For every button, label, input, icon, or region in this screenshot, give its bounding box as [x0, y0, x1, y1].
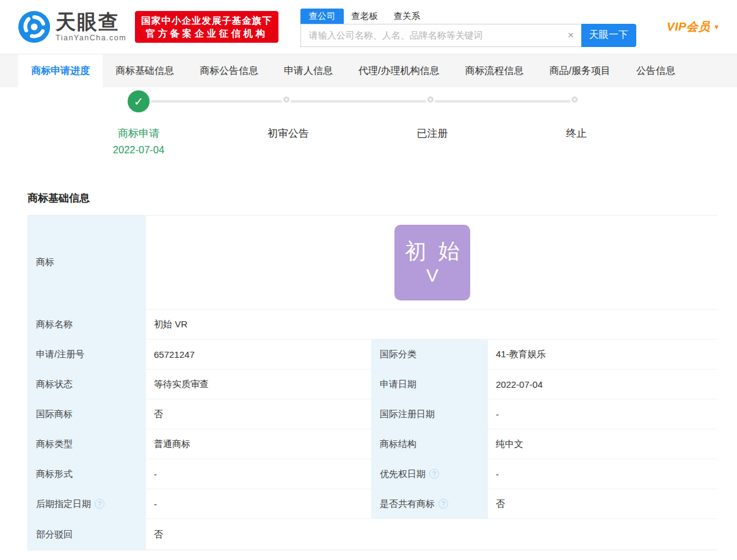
search-tab-relation[interactable]: 查关系 — [394, 9, 421, 24]
intl-class-value: 41-教育娱乐 — [487, 340, 718, 369]
trademark-image[interactable]: 初 始 V — [394, 225, 470, 300]
step-label: 终止 — [566, 126, 587, 140]
help-icon[interactable]: ? — [429, 469, 439, 479]
step-done-icon: ✓ — [128, 90, 150, 112]
site-logo[interactable]: 天眼查 TianYanCha.com — [18, 11, 126, 43]
logo-brand-name: 天眼查 — [56, 12, 126, 33]
search-input-wrap: × — [300, 24, 581, 47]
row-label-priority-date: 优先权日期 ? — [371, 459, 487, 489]
step-label: 初审公告 — [267, 126, 309, 140]
logo-domain: TianYanCha.com — [56, 34, 126, 42]
intl-registration-date-value: - — [487, 399, 718, 429]
tab-applicant-info[interactable]: 申请人信息 — [271, 54, 346, 87]
trademark-image-cell: 初 始 V — [145, 216, 718, 309]
trademark-image-text2: V — [426, 264, 438, 287]
trademark-progress-steps: ✓ 商标申请 2022-07-04 初审公告 已注册 终止 — [0, 87, 737, 184]
trademark-type-value: 普通商标 — [145, 429, 371, 459]
row-label-late-designation-date: 后期指定日期 ? — [28, 489, 145, 518]
search-bar: × 天眼一下 — [300, 24, 636, 47]
table-row: 商标状态 等待实质审查 申请日期 2022-07-04 — [28, 369, 717, 399]
partial-rejection-value: 否 — [145, 519, 718, 550]
progress-connector-line — [139, 100, 576, 103]
intl-trademark-value: 否 — [145, 399, 371, 429]
trademark-name-value: 初始 VR — [145, 310, 718, 339]
step-registered: 已注册 — [417, 126, 448, 140]
tab-agency-info[interactable]: 代理/办理机构信息 — [346, 54, 452, 87]
row-label-trademark-structure: 商标结构 — [371, 429, 487, 459]
row-label-shared-trademark: 是否共有商标 ? — [371, 489, 487, 518]
tab-application-progress[interactable]: 商标申请进度 — [18, 54, 103, 87]
table-row: 国际商标 否 国际注册日期 - — [28, 399, 717, 429]
search-input[interactable] — [301, 30, 561, 40]
official-credential-badge: 国家中小企业发展子基金旗下 官方备案企业征信机构 — [135, 11, 278, 43]
search-tab-boss[interactable]: 查老板 — [351, 9, 378, 24]
row-label-registration-number: 申请/注册号 — [28, 340, 145, 369]
step-terminated: 终止 — [566, 126, 587, 140]
tab-gazette-info[interactable]: 公告信息 — [623, 54, 688, 87]
row-label-intl-class: 国际分类 — [371, 340, 487, 369]
priority-date-value: - — [487, 459, 718, 489]
row-label-trademark-form: 商标形式 — [28, 459, 145, 489]
search-block: 查公司 查老板 查关系 × 天眼一下 — [300, 9, 636, 47]
trademark-status-value: 等待实质审查 — [145, 369, 371, 399]
clear-icon[interactable]: × — [561, 29, 581, 42]
search-tabs: 查公司 查老板 查关系 — [300, 9, 636, 24]
registration-number-value: 65721247 — [145, 340, 371, 369]
step-preliminary-approval: 初审公告 — [267, 126, 309, 140]
trademark-image-text1: 初 始 — [402, 238, 463, 264]
table-row: 商标 初 始 V — [28, 216, 717, 309]
table-row: 申请/注册号 65721247 国际分类 41-教育娱乐 — [28, 339, 717, 369]
table-row: 商标类型 普通商标 商标结构 纯中文 — [28, 429, 717, 459]
step-application: 商标申请 2022-07-04 — [113, 126, 164, 156]
vip-label: VIP会员 — [667, 19, 710, 35]
step-pending-icon — [572, 96, 578, 103]
tianyancha-logo-icon — [18, 11, 50, 43]
step-date: 2022-07-04 — [113, 144, 164, 156]
row-label-intl-trademark: 国际商标 — [28, 399, 145, 429]
check-icon: ✓ — [134, 95, 143, 109]
step-pending-icon — [427, 96, 434, 103]
chevron-down-icon: ▼ — [713, 23, 720, 31]
application-date-value: 2022-07-04 — [487, 369, 718, 399]
late-designation-date-value: - — [145, 489, 371, 518]
tab-announcement-info[interactable]: 商标公告信息 — [187, 54, 271, 87]
trademark-form-value: - — [145, 459, 371, 489]
badge-line2: 官方备案企业征信机构 — [141, 27, 272, 40]
table-row: 商标名称 初始 VR — [28, 309, 717, 339]
row-label-partial-rejection: 部分驳回 — [28, 519, 145, 550]
search-tab-company[interactable]: 查公司 — [300, 9, 344, 24]
search-button[interactable]: 天眼一下 — [581, 24, 636, 47]
detail-nav: 商标申请进度 商标基础信息 商标公告信息 申请人信息 代理/办理机构信息 商标流… — [0, 54, 737, 87]
table-row: 商标形式 - 优先权日期 ? - — [28, 459, 717, 489]
tab-goods-services[interactable]: 商品/服务项目 — [536, 54, 623, 87]
tab-basic-info[interactable]: 商标基础信息 — [103, 54, 187, 87]
step-label: 已注册 — [417, 126, 448, 140]
vip-menu[interactable]: VIP会员 ▼ — [667, 19, 720, 35]
badge-line1: 国家中小企业发展子基金旗下 — [141, 14, 272, 27]
trademark-structure-value: 纯中文 — [487, 429, 718, 459]
row-label-application-date: 申请日期 — [371, 369, 487, 399]
row-label-trademark: 商标 — [28, 216, 145, 309]
step-label: 商标申请 — [113, 126, 164, 140]
step-pending-icon — [283, 96, 289, 103]
table-row: 后期指定日期 ? - 是否共有商标 ? 否 — [28, 489, 717, 518]
section-title: 商标基础信息 — [27, 191, 737, 205]
help-icon[interactable]: ? — [95, 499, 104, 509]
table-row: 部分驳回 否 — [28, 518, 717, 550]
row-label-intl-registration-date: 国际注册日期 — [371, 399, 487, 429]
help-icon[interactable]: ? — [438, 499, 448, 509]
trademark-basic-info-table: 商标 初 始 V 商标名称 初始 VR 申请/注册号 65721247 国际分类… — [27, 215, 717, 550]
site-header: 天眼查 TianYanCha.com 国家中小企业发展子基金旗下 官方备案企业征… — [0, 0, 737, 54]
row-label-trademark-status: 商标状态 — [28, 369, 145, 399]
tab-process-info[interactable]: 商标流程信息 — [452, 54, 536, 87]
shared-trademark-value: 否 — [487, 489, 718, 518]
row-label-trademark-type: 商标类型 — [28, 429, 145, 459]
row-label-trademark-name: 商标名称 — [28, 310, 145, 339]
